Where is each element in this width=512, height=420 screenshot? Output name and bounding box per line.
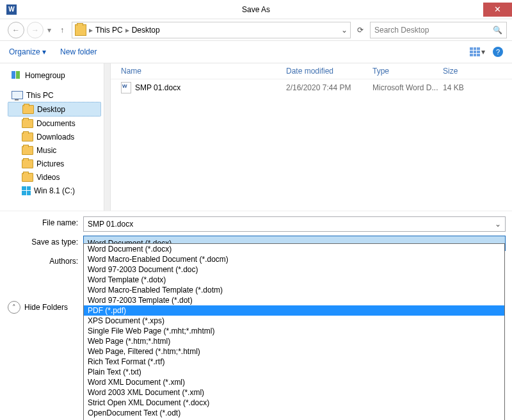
view-grid-icon [470,47,480,56]
file-size: 14 KB [443,83,512,92]
file-name: SMP 01.docx [135,83,180,92]
sidebar-label: Homegroup [25,71,65,80]
search-icon: 🔍 [493,26,502,35]
type-option[interactable]: OpenDocument Text (*.odt) [84,408,504,418]
sidebar-item-videos[interactable]: Videos [8,170,101,184]
save-as-dialog: W Save As ✕ ← → ▾ ↑ ▸ This PC ▸ Desktop … [0,0,512,420]
sidebar-item-downloads[interactable]: Downloads [8,130,101,143]
sidebar-item-documents[interactable]: Documents [8,117,101,130]
folder-icon [22,133,33,141]
splitter[interactable] [104,63,111,211]
type-option[interactable]: Single File Web Page (*.mht;*.mhtml) [84,326,504,336]
view-options-button[interactable]: ▾ [470,47,485,56]
sidebar-label: Pictures [36,159,64,168]
sidebar-item-pictures[interactable]: Pictures [8,157,101,170]
chevron-right-icon: ▸ [125,26,129,35]
hide-folders-button[interactable]: ˄ Hide Folders [8,301,68,314]
list-item[interactable]: SMP 01.docx 2/16/2020 7:44 PM Microsoft … [111,79,512,96]
chevron-down-icon[interactable]: ⌄ [495,220,501,229]
type-option[interactable]: Web Page (*.htm;*.html) [84,336,504,346]
navigation-pane: Homegroup This PC Desktop Documents Down… [0,63,104,211]
help-button[interactable]: ? [493,47,503,57]
type-option[interactable]: Word 97-2003 Document (*.doc) [84,264,504,275]
file-type: Microsoft Word D... [372,83,443,92]
file-date: 2/16/2020 7:44 PM [286,83,372,92]
folder-icon [22,173,33,182]
col-type[interactable]: Type [372,67,443,76]
type-option[interactable]: Word Template (*.dotx) [84,275,504,285]
window-title: Save As [0,5,512,14]
toolbar: Organize ▾ New folder ▾ ? [0,41,512,63]
sidebar-item-music[interactable]: Music [8,143,101,157]
type-option[interactable]: Word Macro-Enabled Template (*.dotm) [84,285,504,295]
type-option[interactable]: Word Macro-Enabled Document (*.docm) [84,254,504,264]
new-folder-button[interactable]: New folder [60,47,97,56]
folder-icon [22,146,33,155]
forward-button[interactable]: → [27,22,44,38]
body-area: Homegroup This PC Desktop Documents Down… [0,63,512,211]
close-button[interactable]: ✕ [483,3,512,17]
breadcrumb-leaf[interactable]: Desktop [132,26,160,35]
filename-label: File name: [0,216,83,232]
type-option[interactable]: Strict Open XML Document (*.docx) [84,398,504,408]
folder-icon [22,105,34,114]
col-name[interactable]: Name [111,67,286,76]
sidebar-label: Videos [36,173,60,182]
save-as-type-dropdown[interactable]: Word Document (*.docx)Word Macro-Enabled… [83,243,505,420]
sidebar-label: Documents [36,119,76,128]
filename-input[interactable]: SMP 01.docx ⌄ [83,216,506,232]
type-option[interactable]: Word 97-2003 Template (*.dot) [84,295,504,305]
col-size[interactable]: Size [443,67,512,76]
word-app-icon: W [6,4,17,15]
type-option[interactable]: PDF (*.pdf) [84,305,504,316]
folder-icon [75,24,86,36]
col-date[interactable]: Date modified [286,67,372,76]
titlebar: W Save As ✕ [0,0,512,19]
type-option[interactable]: XPS Document (*.xps) [84,316,504,326]
address-bar[interactable]: ▸ This PC ▸ Desktop ⌄ [72,22,351,38]
up-button[interactable]: ↑ [55,23,69,37]
type-option[interactable]: Word Document (*.docx) [84,244,504,254]
windows-icon [22,186,31,195]
back-button[interactable]: ← [8,22,24,38]
sidebar-item-drive-c[interactable]: Win 8.1 (C:) [8,184,101,197]
breadcrumb-root[interactable]: This PC [95,26,123,35]
sidebar-item-desktop[interactable]: Desktop [8,102,101,117]
recent-locations-button[interactable]: ▾ [47,26,51,35]
authors-label: Authors: [0,255,83,266]
chevron-right-icon: ▸ [89,26,93,35]
save-as-type-label: Save as type: [0,236,83,251]
address-dropdown-icon[interactable]: ⌄ [341,26,348,35]
sidebar-item-homegroup[interactable]: Homegroup [8,69,101,82]
type-option[interactable]: Word 2003 XML Document (*.xml) [84,387,504,398]
word-doc-icon [121,82,131,93]
folder-icon [22,159,33,168]
refresh-button[interactable]: ⟳ [353,26,367,35]
filename-value: SMP 01.docx [88,220,133,229]
type-option[interactable]: Word XML Document (*.xml) [84,377,504,387]
column-headers: Name Date modified Type Size [111,63,512,79]
sidebar-label: This PC [26,91,54,100]
homegroup-icon [12,71,22,80]
sidebar-item-thispc[interactable]: This PC [8,88,101,102]
navigation-bar: ← → ▾ ↑ ▸ This PC ▸ Desktop ⌄ ⟳ Search D… [0,19,512,41]
search-input[interactable]: Search Desktop 🔍 [370,22,507,38]
hide-folders-label: Hide Folders [24,303,68,312]
type-option[interactable]: Web Page, Filtered (*.htm;*.html) [84,346,504,357]
folder-icon [22,119,33,128]
pc-icon [12,91,23,99]
sidebar-label: Downloads [36,133,74,141]
type-option[interactable]: Plain Text (*.txt) [84,367,504,377]
search-placeholder: Search Desktop [374,26,429,35]
organize-menu[interactable]: Organize ▾ [9,47,46,56]
file-list: Name Date modified Type Size SMP 01.docx… [111,63,512,211]
sidebar-label: Music [36,146,56,155]
type-option[interactable]: Rich Text Format (*.rtf) [84,357,504,367]
chevron-up-icon: ˄ [8,301,20,314]
sidebar-label: Win 8.1 (C:) [34,186,75,195]
sidebar-label: Desktop [37,105,65,114]
